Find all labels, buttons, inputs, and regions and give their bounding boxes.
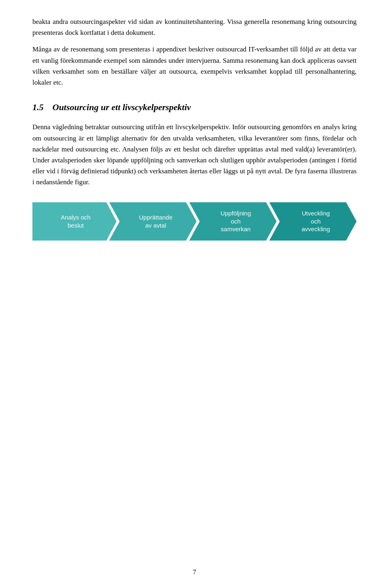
- section-title: Outsourcing ur ett livscykelperspektiv: [53, 102, 191, 112]
- diagram-label-2: Upprättandeav avtal: [139, 213, 173, 229]
- lifecycle-diagram: Analys ochbeslut Upprättandeav avtal Upp…: [32, 202, 357, 241]
- section-paragraph-1: Denna vägledning betraktar outsourcing u…: [32, 121, 357, 187]
- diagram-item-2: Upprättandeav avtal: [109, 202, 197, 241]
- diagram-label-1: Analys ochbeslut: [61, 213, 90, 229]
- diagram-item-1: Analys ochbeslut: [32, 202, 117, 241]
- diagram-label-4: Utvecklingochavveckling: [301, 209, 330, 233]
- paragraph-2: Många av de resonemang som presenteras i…: [32, 44, 357, 88]
- section-number: 1.5: [32, 102, 44, 112]
- page-content: beakta andra outsourcingaspekter vid sid…: [0, 0, 389, 273]
- page-number: 7: [193, 569, 196, 576]
- section-heading: 1.5 Outsourcing ur ett livscykelperspekt…: [32, 100, 357, 114]
- diagram-label-3: Uppföljningochsamverkan: [220, 209, 251, 233]
- diagram-item-4: Utvecklingochavveckling: [269, 202, 357, 241]
- diagram-item-3: Uppföljningochsamverkan: [189, 202, 277, 241]
- paragraph-1: beakta andra outsourcingaspekter vid sid…: [32, 16, 357, 38]
